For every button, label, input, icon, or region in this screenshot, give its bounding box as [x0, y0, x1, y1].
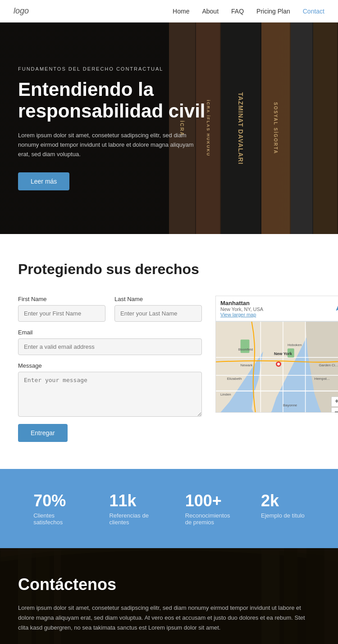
stat-4-label: Ejemplo de título [261, 512, 305, 519]
map-directions[interactable] [335, 305, 338, 312]
svg-text:Newark: Newark [241, 363, 253, 367]
contact-form-section: Protegiendo sus derechos First Name Last… [0, 234, 338, 469]
svg-text:Elizabeth: Elizabeth [227, 377, 242, 381]
stat-3: 100+ Reconocimientos de premios [185, 491, 230, 526]
hero-button[interactable]: Leer más [18, 172, 69, 190]
book-5 [291, 23, 313, 234]
map-header: Manhattan New York, NY, USA View larger … [216, 296, 338, 321]
svg-text:Garden Ci...: Garden Ci... [319, 363, 338, 367]
svg-text:New York: New York [274, 351, 292, 356]
last-name-label: Last Name [114, 296, 202, 302]
nav-links: Home About FAQ Pricing Plan Contact [173, 7, 324, 15]
nav-home[interactable]: Home [173, 8, 189, 15]
first-name-group: First Name [18, 296, 105, 322]
dark-contact-desc: Lorem ipsum dolor sit amet, consetetur s… [18, 603, 315, 633]
map-location-sub: New York, NY, USA [220, 306, 263, 312]
stat-4: 2k Ejemplo de título [261, 491, 305, 526]
stat-3-label: Reconocimientos de premios [185, 512, 230, 526]
svg-point-13 [277, 363, 280, 365]
hero-content: FUNDAMENTOS DEL DERECHO CONTRACTUAL Ente… [18, 66, 243, 191]
map-body: New York Newark Hoboken Elizabeth Bloomf… [216, 321, 338, 413]
contact-form: First Name Last Name Email Message Entre… [18, 296, 202, 442]
message-group: Message [18, 362, 202, 417]
message-label: Message [18, 362, 202, 369]
last-name-input[interactable] [114, 305, 202, 322]
email-label: Email [18, 329, 202, 336]
map-container: Manhattan New York, NY, USA View larger … [215, 296, 338, 413]
dark-contact-title: Contáctenos [18, 575, 320, 594]
stat-1-number: 70% [33, 491, 78, 510]
hero-subtitle: FUNDAMENTOS DEL DERECHO CONTRACTUAL [18, 66, 243, 72]
dark-contact-content: Contáctenos Lorem ipsum dolor sit amet, … [18, 575, 320, 644]
svg-text:Hempst...: Hempst... [314, 377, 329, 381]
map-view-larger[interactable]: View larger map [220, 312, 263, 317]
nav-pricing[interactable]: Pricing Plan [256, 8, 290, 15]
svg-text:−: − [334, 408, 338, 413]
logo: logo [14, 6, 29, 16]
stat-4-number: 2k [261, 491, 305, 510]
first-name-label: First Name [18, 296, 105, 302]
stat-2: 11k Referencias de clientes [109, 491, 154, 526]
hero-title: Entendiendo la responsabilidad civil [18, 79, 243, 122]
svg-text:Hoboken: Hoboken [288, 343, 302, 347]
last-name-group: Last Name [114, 296, 202, 322]
stats-section: 70% Clientes satisfechos 11k Referencias… [0, 469, 338, 548]
email-group: Email [18, 329, 202, 355]
stat-1: 70% Clientes satisfechos [33, 491, 78, 526]
svg-text:Bloomfield: Bloomfield [238, 348, 253, 351]
stat-2-number: 11k [109, 491, 154, 510]
contact-form-title: Protegiendo sus derechos [18, 261, 320, 278]
hero-description: Lorem ipsum dolor sit amet, consetetur s… [18, 131, 198, 159]
submit-button[interactable]: Entregar [18, 424, 68, 442]
email-input[interactable] [18, 338, 202, 355]
nav-faq[interactable]: FAQ [231, 8, 244, 15]
nav-about[interactable]: About [202, 8, 219, 15]
svg-text:Bayonne: Bayonne [283, 403, 297, 407]
contact-layout: First Name Last Name Email Message Entre… [18, 296, 320, 442]
svg-text:+: + [335, 397, 338, 405]
stat-1-label: Clientes satisfechos [33, 512, 78, 526]
svg-text:Linden: Linden [220, 392, 231, 396]
name-row: First Name Last Name [18, 296, 202, 322]
message-input[interactable] [18, 372, 202, 417]
map-location-name: Manhattan [220, 300, 263, 306]
book-6 [313, 23, 338, 234]
nav-contact[interactable]: Contact [303, 8, 324, 15]
stat-2-label: Referencias de clientes [109, 512, 154, 526]
stat-3-number: 100+ [185, 491, 230, 510]
dark-contact-section: Contáctenos Lorem ipsum dolor sit amet, … [0, 548, 338, 644]
navbar: logo Home About FAQ Pricing Plan Contact [0, 0, 338, 23]
book-4: SOSYAL SİGORTA [261, 23, 291, 234]
first-name-input[interactable] [18, 305, 105, 322]
hero-section: İCRA İCRA İFLAS HUKUKU TAZMINAT DAVALARI… [0, 23, 338, 234]
map-info: Manhattan New York, NY, USA View larger … [220, 300, 263, 317]
